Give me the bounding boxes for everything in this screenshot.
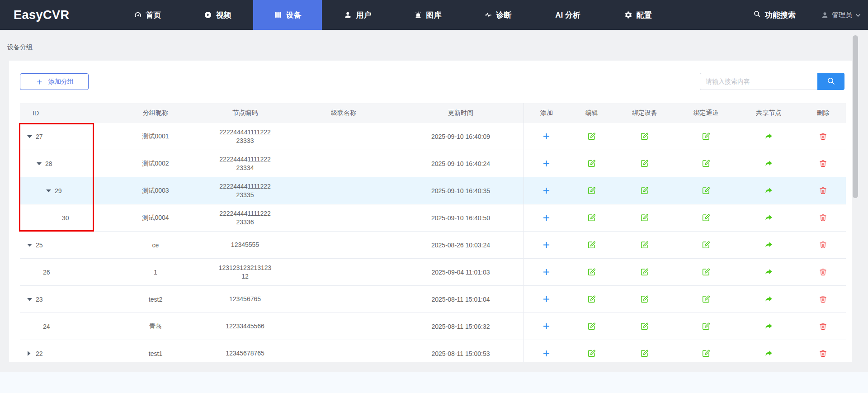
bind-device-action[interactable] [640,268,649,276]
share-node-action[interactable] [764,268,773,276]
edit-action[interactable] [587,241,596,249]
bind-device-action[interactable] [640,213,649,222]
add-action[interactable] [542,186,551,195]
table-row[interactable]: 25ce123455552025-08-26 10:03:24 [20,232,846,259]
table-row[interactable]: 23test21234567652025-08-11 15:01:04 [20,286,846,313]
search-input[interactable] [700,73,817,90]
share-node-action[interactable] [764,295,773,303]
edit-action[interactable] [587,268,596,276]
app-logo[interactable]: EasyCVR [14,0,70,30]
expand-arrow-down-icon[interactable] [27,298,33,301]
add-action[interactable] [542,132,551,141]
bind-device-action[interactable] [640,132,649,141]
nav-item-user[interactable]: 用户 [323,0,392,30]
bind-channel-action[interactable] [702,186,710,195]
table-row[interactable]: 30测试0004222244441111222233362025-09-10 1… [20,204,846,232]
nav-item-device[interactable]: 设备 [253,0,322,30]
expand-arrow-down-icon[interactable] [27,243,33,247]
add-group-button[interactable]: ＋ 添加分组 [20,73,89,90]
updated-time: 2025-09-10 16:40:24 [431,160,490,167]
group-nickname: 测试0004 [110,204,201,231]
node-code: 12312312321312312 [218,264,272,281]
delete-action[interactable] [819,268,827,276]
table-row[interactable]: 27测试0001222244441111222233332025-09-10 1… [20,123,846,150]
expand-arrow-down-icon[interactable] [46,189,52,193]
add-action[interactable] [542,267,551,277]
add-action[interactable] [542,322,551,331]
row-id: 25 [36,241,43,249]
expand-arrow-right-icon[interactable] [27,351,33,356]
share-node-action[interactable] [764,322,773,331]
function-search-button[interactable]: 功能搜索 [753,10,796,20]
bind-channel-action[interactable] [702,268,710,276]
nav-item-home[interactable]: 首页 [113,0,182,30]
edit-action[interactable] [587,186,596,195]
nav-item-diagnosis[interactable]: 诊断 [463,0,532,30]
bind-channel-action[interactable] [702,159,710,168]
bind-device-action[interactable] [640,322,649,331]
expand-arrow-down-icon[interactable] [37,162,42,166]
bind-channel-action[interactable] [702,241,710,249]
search-group [700,73,844,90]
edit-action[interactable] [587,213,596,222]
table-row[interactable]: 29测试0003222244441111222233352025-09-10 1… [20,177,846,204]
add-action[interactable] [542,240,551,250]
share-node-action[interactable] [764,213,773,222]
updated-time: 2025-09-10 16:40:50 [431,214,490,222]
cascade-name [289,313,398,340]
nav-item-config[interactable]: 配置 [604,0,672,30]
bind-channel-action[interactable] [702,295,710,303]
table-row[interactable]: 28测试0002222244441111222233342025-09-10 1… [20,150,846,177]
nav-item-gallery[interactable]: 图库 [393,0,462,30]
bind-device-action[interactable] [640,241,649,249]
edit-action[interactable] [587,322,596,331]
bind-channel-action[interactable] [702,349,710,358]
node-code: 22224444111122223336 [218,209,272,227]
edit-action[interactable] [587,349,596,358]
edit-action[interactable] [587,159,596,168]
add-action[interactable] [542,213,551,223]
add-action[interactable] [542,159,551,168]
delete-action[interactable] [819,213,827,222]
bind-channel-action[interactable] [702,213,710,222]
edit-action[interactable] [587,295,596,303]
search-button[interactable] [817,73,844,90]
delete-action[interactable] [819,295,827,303]
add-action[interactable] [542,294,551,304]
share-node-action[interactable] [764,349,773,358]
delete-action[interactable] [819,159,827,168]
delete-action[interactable] [819,132,827,141]
share-node-action[interactable] [764,159,773,168]
column-header-4: 更新时间 [398,103,524,123]
user-menu[interactable]: 管理员 [821,11,863,19]
content-card: ＋ 添加分组 ID分组昵称节点编码级联名称更新时间添加编辑绑定设备绑定通道共享节… [9,61,852,362]
share-node-action[interactable] [764,186,773,195]
table-row[interactable]: 24青岛122334455662025-08-11 15:06:32 [20,313,846,340]
search-icon [753,10,761,20]
nav-item-ai[interactable]: AI 分析 [533,0,602,30]
vertical-scrollbar[interactable] [853,35,858,198]
bind-device-action[interactable] [640,186,649,195]
delete-action[interactable] [819,349,827,358]
table-row[interactable]: 22test1123456787652025-08-11 15:00:53 [20,340,846,362]
delete-action[interactable] [819,322,827,331]
bind-device-action[interactable] [640,349,649,358]
bind-device-action[interactable] [640,159,649,168]
row-id: 30 [62,214,69,222]
expand-arrow-down-icon[interactable] [27,135,33,138]
node-code: 12345678765 [226,349,264,358]
bind-channel-action[interactable] [702,132,710,141]
bind-device-action[interactable] [640,295,649,303]
delete-action[interactable] [819,241,827,249]
nav-item-label: 视频 [216,10,231,20]
delete-action[interactable] [819,186,827,195]
edit-action[interactable] [587,132,596,141]
table-row[interactable]: 261123123123213123122025-09-04 11:01:03 [20,259,846,286]
nav-item-video[interactable]: 视频 [183,0,252,30]
node-code: 22224444111122223334 [218,155,272,172]
share-node-action[interactable] [764,132,773,141]
group-nickname: test2 [110,286,201,313]
share-node-action[interactable] [764,241,773,249]
bind-channel-action[interactable] [702,322,710,331]
add-action[interactable] [542,349,551,358]
